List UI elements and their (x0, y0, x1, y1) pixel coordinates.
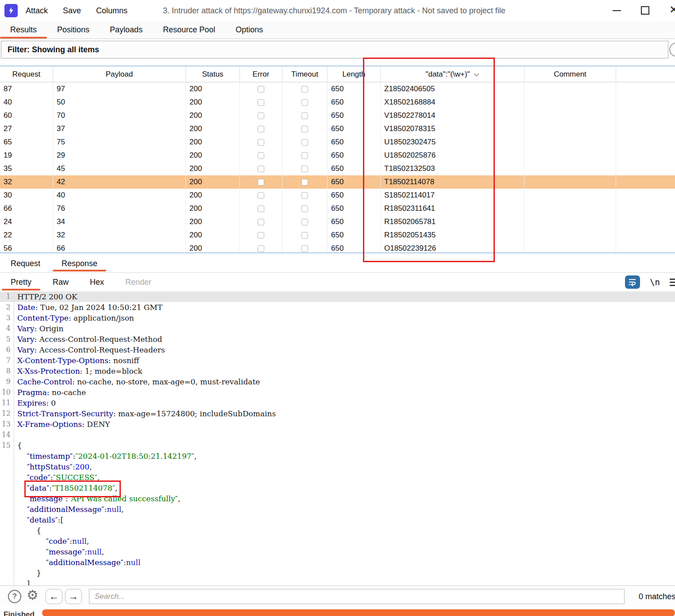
tab-options[interactable]: Options (225, 21, 273, 39)
error-checkbox[interactable] (258, 245, 264, 252)
cell-comment (525, 175, 616, 189)
line-number: 5 (0, 334, 14, 345)
timeout-checkbox[interactable] (301, 86, 308, 93)
line-number: 11 (0, 398, 14, 408)
error-checkbox[interactable] (258, 126, 264, 132)
column-header-comment[interactable]: Comment (525, 66, 616, 82)
cell-request: 40 (0, 96, 53, 109)
table-row[interactable]: 6575200650U18502302475 (0, 136, 675, 149)
line-number (0, 546, 14, 557)
menu-attack[interactable]: Attack (26, 6, 48, 15)
response-line-text: ″additionalMessage″:null (14, 557, 140, 568)
menu-columns[interactable]: Columns (96, 6, 127, 15)
table-row[interactable]: 4050200650X18502168884 (0, 96, 675, 109)
timeout-checkbox[interactable] (301, 179, 308, 186)
burp-intruder-app-icon (4, 4, 18, 17)
error-checkbox[interactable] (258, 232, 264, 239)
close-button[interactable]: ✕ (669, 4, 675, 16)
tab-hex[interactable]: Hex (79, 273, 115, 291)
cell-data: V18502078315 (381, 122, 525, 136)
error-checkbox[interactable] (258, 219, 264, 225)
response-line-text: Vary: Access-Control-Request-Headers (14, 345, 165, 355)
tab-pretty[interactable]: Pretty (0, 273, 42, 291)
maximize-button[interactable] (641, 6, 649, 15)
error-checkbox[interactable] (258, 166, 264, 172)
response-line-text: ″code″:null, (14, 536, 89, 546)
tab-raw[interactable]: Raw (42, 273, 79, 291)
cell-comment (525, 202, 616, 215)
next-match-button[interactable]: → (65, 589, 82, 604)
timeout-checkbox[interactable] (301, 219, 308, 225)
tab-response[interactable]: Response (51, 255, 108, 272)
table-row[interactable]: 2737200650V18502078315 (0, 122, 675, 136)
minimize-button[interactable] (613, 10, 621, 11)
column-header-payload[interactable]: Payload (53, 66, 186, 82)
attack-progress-bar (42, 609, 675, 616)
newline-toggle-icon[interactable]: \n (650, 277, 660, 287)
cell-status: 200 (186, 149, 240, 162)
line-number (0, 557, 14, 568)
error-checkbox[interactable] (258, 139, 264, 146)
tab-positions[interactable]: Positions (47, 21, 100, 39)
tab-payloads[interactable]: Payloads (100, 21, 153, 39)
menu-icon[interactable] (670, 279, 675, 286)
timeout-checkbox[interactable] (301, 152, 308, 159)
timeout-checkbox[interactable] (301, 205, 308, 212)
table-row[interactable]: 2232200650R18502051435 (0, 229, 675, 242)
response-line: 1HTTP/2 200 OK (0, 291, 675, 302)
table-row[interactable]: 5666200650O18502239126 (0, 242, 675, 252)
response-line: 7X-Content-Type-Options: nosniff (0, 355, 675, 366)
cell-comment (525, 149, 616, 162)
table-row[interactable]: 6676200650R18502311641 (0, 202, 675, 215)
cell-timeout (282, 82, 328, 96)
tab-request[interactable]: Request (0, 255, 51, 272)
error-checkbox[interactable] (258, 99, 264, 106)
column-header-error[interactable]: Error (240, 66, 282, 82)
timeout-checkbox[interactable] (301, 99, 308, 106)
previous-match-button[interactable]: ← (46, 589, 62, 604)
cell-timeout (282, 162, 328, 175)
column-header-blank[interactable] (616, 66, 675, 82)
filter-bar[interactable]: Filter: Showing all items (1, 41, 668, 58)
table-row[interactable]: 2434200650R18502065781 (0, 215, 675, 229)
error-checkbox[interactable] (258, 152, 264, 159)
line-number (0, 461, 14, 472)
tab-resource-pool[interactable]: Resource Pool (153, 21, 225, 39)
line-number (0, 568, 14, 578)
timeout-checkbox[interactable] (301, 166, 308, 172)
menu-save[interactable]: Save (63, 6, 81, 15)
search-input[interactable] (89, 589, 625, 604)
error-checkbox[interactable] (258, 192, 264, 199)
table-row[interactable]: 8797200650Z18502406505 (0, 82, 675, 96)
error-checkbox[interactable] (258, 205, 264, 212)
column-header-length[interactable]: Length (328, 66, 381, 82)
column-header-data-w[interactable]: "data":"(\w+)" (381, 66, 525, 82)
table-row[interactable]: 3545200650T18502132503 (0, 162, 675, 175)
table-row[interactable]: 3242200650T18502114078 (0, 175, 675, 189)
cell-request: 30 (0, 189, 53, 202)
filter-help-icon[interactable] (669, 43, 675, 57)
response-line-text: ″message″:″API was called successfully″, (14, 493, 180, 504)
gear-icon[interactable]: ⚙ (27, 587, 39, 603)
error-checkbox[interactable] (258, 179, 264, 186)
chevron-down-icon (474, 73, 479, 77)
help-icon[interactable]: ? (8, 590, 21, 603)
column-header-request[interactable]: Request (0, 66, 53, 82)
tab-results[interactable]: Results (0, 21, 47, 39)
table-row[interactable]: 1929200650U18502025876 (0, 149, 675, 162)
timeout-checkbox[interactable] (301, 139, 308, 146)
table-row[interactable]: 3040200650S18502114017 (0, 189, 675, 202)
timeout-checkbox[interactable] (301, 245, 308, 252)
timeout-checkbox[interactable] (301, 232, 308, 239)
column-header-timeout[interactable]: Timeout (282, 66, 328, 82)
timeout-checkbox[interactable] (301, 192, 308, 199)
word-wrap-icon[interactable] (625, 275, 640, 289)
timeout-checkbox[interactable] (301, 112, 308, 119)
error-checkbox[interactable] (258, 112, 264, 119)
response-line-text (14, 430, 17, 440)
table-row[interactable]: 6070200650V18502278014 (0, 109, 675, 122)
response-line-text: ″message″:null, (14, 546, 104, 557)
timeout-checkbox[interactable] (301, 126, 308, 132)
error-checkbox[interactable] (258, 86, 264, 93)
column-header-status[interactable]: Status (186, 66, 240, 82)
